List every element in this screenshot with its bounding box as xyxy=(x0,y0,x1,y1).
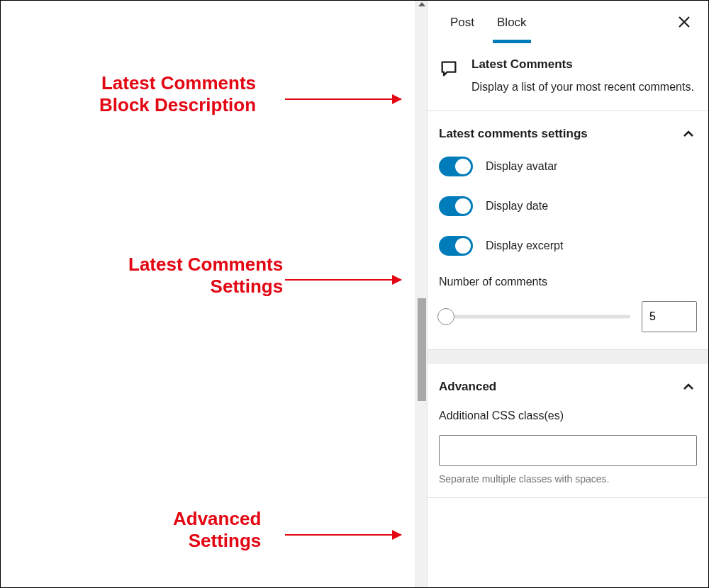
scrollbar-up-icon[interactable] xyxy=(418,2,425,6)
block-description-text: Display a list of your most recent comme… xyxy=(471,79,694,95)
latest-comments-icon xyxy=(439,57,459,95)
number-of-comments-input[interactable] xyxy=(642,301,697,332)
toggle-display-avatar[interactable] xyxy=(439,157,473,176)
block-title: Latest Comments xyxy=(471,57,694,72)
tab-post[interactable]: Post xyxy=(439,3,486,41)
advanced-panel-title: Advanced xyxy=(439,380,496,394)
chevron-up-icon xyxy=(680,125,697,142)
editor-canvas: Latest Comments Block Description Latest… xyxy=(1,1,415,587)
panel-divider xyxy=(428,350,708,364)
chevron-up-icon xyxy=(680,378,697,395)
tab-block[interactable]: Block xyxy=(486,3,538,41)
annotation-settings: Latest Comments Settings xyxy=(128,254,283,297)
sidebar-tabs: Post Block xyxy=(428,1,708,43)
annotation-arrow xyxy=(285,279,401,281)
annotation-arrow xyxy=(285,534,401,536)
slider-track xyxy=(439,315,630,319)
number-of-comments-label: Number of comments xyxy=(439,276,697,288)
settings-panel: Latest comments settings Display avatar … xyxy=(428,111,708,350)
number-of-comments-slider[interactable] xyxy=(439,306,630,327)
additional-css-input[interactable] xyxy=(439,435,697,466)
scrollbar-track[interactable] xyxy=(415,1,427,587)
settings-sidebar: Post Block Latest Comments Display a lis… xyxy=(427,1,708,587)
advanced-panel-header[interactable]: Advanced xyxy=(428,364,708,409)
close-icon xyxy=(678,16,691,28)
annotation-arrow xyxy=(285,98,401,100)
scrollbar-thumb[interactable] xyxy=(418,298,426,401)
close-sidebar-button[interactable] xyxy=(671,9,697,35)
toggle-avatar-label: Display avatar xyxy=(486,160,557,173)
slider-thumb[interactable] xyxy=(437,308,454,325)
block-description-panel: Latest Comments Display a list of your m… xyxy=(428,43,708,111)
annotation-block-description: Latest Comments Block Description xyxy=(99,72,256,115)
toggle-excerpt-label: Display excerpt xyxy=(486,239,563,252)
annotation-advanced: Advanced Settings xyxy=(173,508,261,551)
additional-css-label: Additional CSS class(es) xyxy=(439,409,697,422)
toggle-display-date[interactable] xyxy=(439,196,473,216)
advanced-panel: Advanced Additional CSS class(es) Separa… xyxy=(428,364,708,498)
settings-panel-header[interactable]: Latest comments settings xyxy=(428,111,708,157)
additional-css-help: Separate multiple classes with spaces. xyxy=(439,473,697,485)
toggle-display-excerpt[interactable] xyxy=(439,236,473,256)
toggle-date-label: Display date xyxy=(486,200,548,213)
settings-panel-title: Latest comments settings xyxy=(439,127,588,141)
